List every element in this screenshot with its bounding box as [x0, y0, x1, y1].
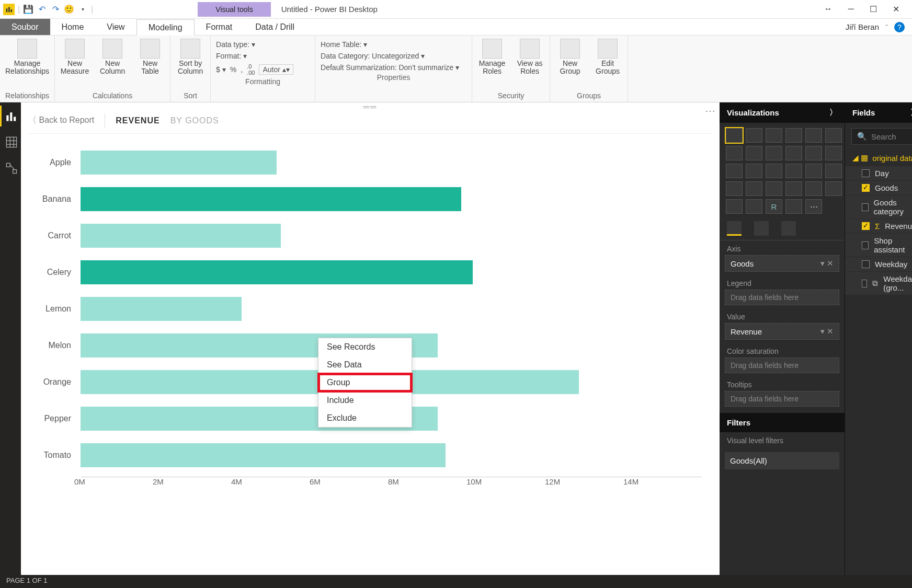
bar[interactable] [81, 297, 242, 321]
menu-see-data[interactable]: See Data [318, 356, 412, 374]
tab-modeling[interactable]: Modeling [136, 19, 195, 36]
field-table[interactable]: ◢ ▦ original data [845, 150, 912, 166]
viz-type-icon[interactable] [785, 146, 802, 160]
visual-tools-tab[interactable]: Visual tools [198, 2, 270, 17]
viz-type-icon[interactable] [726, 199, 743, 214]
colorsat-well[interactable]: Drag data fields here [725, 358, 839, 373]
legend-well[interactable]: Drag data fields here [725, 290, 839, 305]
viz-type-icon[interactable] [766, 146, 782, 160]
viz-type-icon[interactable] [726, 146, 743, 160]
viz-type-icon[interactable] [766, 181, 782, 196]
report-view-icon[interactable] [0, 106, 21, 126]
field-item[interactable]: Goods [845, 181, 912, 195]
datatype-label[interactable]: Data type: [216, 40, 249, 49]
drill-level-2[interactable]: BY GOODS [170, 116, 219, 125]
visual-options-icon[interactable]: ⋯ [705, 105, 715, 117]
viz-r-icon[interactable]: R [766, 199, 782, 214]
bar[interactable] [81, 187, 461, 211]
bar[interactable] [81, 260, 473, 284]
viz-type-icon[interactable] [726, 164, 743, 178]
new-group-button[interactable]: New Group [555, 39, 585, 76]
viz-type-icon[interactable] [785, 181, 802, 196]
sort-by-column-button[interactable]: Sort by Column [176, 39, 205, 76]
checkbox-icon[interactable] [862, 241, 869, 249]
viz-type-icon[interactable] [825, 146, 842, 160]
field-item[interactable]: Shop assistant [845, 234, 912, 257]
comma-icon[interactable]: , [241, 65, 243, 74]
decimal-icon[interactable]: .0.00 [247, 63, 255, 76]
fields-tab-icon[interactable] [727, 221, 742, 236]
viz-type-icon[interactable] [825, 128, 842, 143]
tab-file[interactable]: Soubor [0, 19, 50, 35]
viz-type-icon[interactable] [746, 181, 762, 196]
menu-exclude[interactable]: Exclude [318, 409, 412, 427]
checkbox-icon[interactable] [862, 260, 870, 268]
new-table-button[interactable]: New Table [135, 39, 165, 76]
axis-well[interactable]: Goods▾ ✕ [725, 255, 839, 272]
bar[interactable] [81, 224, 281, 248]
currency-icon[interactable]: $ ▾ [216, 65, 226, 74]
smiley-icon[interactable]: 🙂 [64, 4, 74, 15]
tab-data-drill[interactable]: Data / Drill [244, 19, 306, 35]
viz-type-icon[interactable] [805, 146, 822, 160]
viz-type-icon[interactable] [825, 164, 842, 178]
viz-type-icon[interactable] [785, 128, 802, 143]
checkbox-icon[interactable] [862, 169, 870, 177]
tooltips-well[interactable]: Drag data fields here [725, 391, 839, 407]
maximize-button[interactable]: ☐ [870, 4, 877, 14]
minimize-button[interactable]: ─ [848, 4, 854, 14]
viz-type-icon[interactable] [726, 181, 743, 196]
format-tab-icon[interactable] [754, 221, 769, 236]
bar-chart[interactable]: AppleBananaCarrotCeleryLemonMelonOrangeP… [28, 134, 712, 531]
analytics-tab-icon[interactable] [781, 221, 796, 236]
redo-icon[interactable]: ↷ [50, 4, 61, 15]
checkbox-icon[interactable] [862, 203, 869, 211]
default-summarization-label[interactable]: Default Summarization: Don't summarize [321, 63, 453, 72]
qat-dropdown-icon[interactable]: ▾ [77, 4, 88, 15]
data-category-label[interactable]: Data Category: Uncategorized [321, 52, 419, 60]
edit-groups-button[interactable]: Edit Groups [593, 39, 622, 76]
user-label[interactable]: Jiří Beran ⌃ ? [846, 19, 912, 35]
drill-level-1[interactable]: REVENUE [116, 116, 159, 125]
viz-type-icon[interactable] [746, 164, 762, 178]
checkbox-icon[interactable] [862, 184, 870, 192]
new-measure-button[interactable]: New Measure [60, 39, 89, 76]
field-item[interactable]: ⧉Weekday (gro... [845, 272, 912, 295]
format-label[interactable]: Format: [216, 52, 241, 60]
tab-home[interactable]: Home [50, 19, 96, 35]
new-column-button[interactable]: New Column [98, 39, 127, 76]
fields-search-input[interactable]: 🔍 Search [851, 128, 912, 145]
field-item[interactable]: ΣRevenue [845, 219, 912, 233]
viz-more-icon[interactable]: ⋯ [805, 199, 822, 214]
viz-type-icon[interactable] [805, 181, 822, 196]
bar[interactable] [81, 151, 277, 175]
viz-type-icon[interactable] [746, 128, 762, 143]
viz-type-icon[interactable] [785, 164, 802, 178]
data-view-icon[interactable] [0, 132, 21, 153]
report-canvas[interactable]: ══ ⋯ 〈 Back to Report REVENUE BY GOODS A… [21, 102, 720, 575]
viz-type-icon[interactable] [746, 199, 762, 214]
tab-format[interactable]: Format [195, 19, 244, 35]
field-item[interactable]: Goods category [845, 195, 912, 218]
menu-see-records[interactable]: See Records [318, 338, 412, 356]
value-well[interactable]: Revenue▾ ✕ [725, 323, 839, 340]
manage-relationships-button[interactable]: Manage Relationships [5, 39, 49, 76]
viz-type-icon[interactable] [805, 128, 822, 143]
tab-view[interactable]: View [95, 19, 136, 35]
menu-group[interactable]: Group [318, 374, 412, 391]
user-chevron-icon[interactable]: ⌃ [884, 24, 889, 30]
manage-roles-button[interactable]: Manage Roles [477, 39, 507, 76]
checkbox-icon[interactable] [862, 222, 870, 230]
view-as-roles-button[interactable]: View as Roles [515, 39, 544, 76]
save-icon[interactable]: 💾 [23, 4, 33, 15]
filters-header[interactable]: Filters [720, 413, 845, 432]
menu-include[interactable]: Include [318, 391, 412, 409]
viz-stacked-bar-icon[interactable] [726, 128, 743, 143]
viz-type-icon[interactable] [805, 164, 822, 178]
viz-type-icon[interactable] [785, 199, 802, 214]
viz-type-icon[interactable] [746, 146, 762, 160]
viz-type-icon[interactable] [825, 181, 842, 196]
autor-dropdown[interactable]: Autor ▴▾ [259, 64, 293, 75]
field-item[interactable]: Day [845, 166, 912, 180]
home-table-label[interactable]: Home Table: [321, 40, 361, 49]
